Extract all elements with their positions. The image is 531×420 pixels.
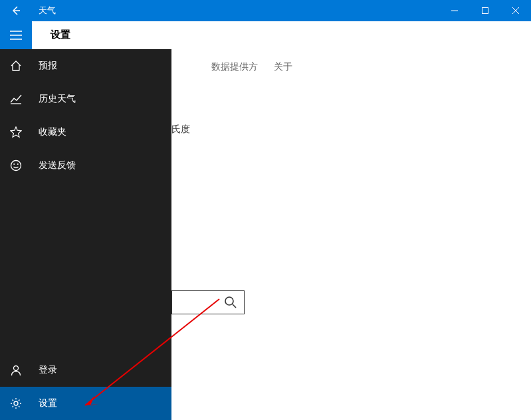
nav-top-group: 预报 历史天气 收藏夹 发送反馈 <box>0 49 171 354</box>
nav-item-settings[interactable]: 设置 <box>0 387 171 420</box>
nav-item-feedback[interactable]: 发送反馈 <box>0 149 171 182</box>
arrow-left-icon <box>11 5 21 16</box>
hamburger-icon <box>10 31 22 40</box>
maximize-button[interactable] <box>470 0 500 21</box>
gear-icon <box>9 397 23 410</box>
nav-item-label: 预报 <box>39 60 57 72</box>
tab-data-provider[interactable]: 数据提供方 <box>211 61 258 73</box>
svg-point-4 <box>17 163 19 165</box>
tab-about[interactable]: 关于 <box>274 61 292 73</box>
maximize-icon <box>481 7 489 15</box>
svg-point-3 <box>13 163 15 165</box>
titlebar: 天气 <box>0 0 531 21</box>
svg-point-6 <box>14 401 18 405</box>
back-button[interactable] <box>0 0 32 21</box>
svg-point-1 <box>225 297 233 305</box>
svg-point-2 <box>11 161 21 171</box>
partial-text: 氏度 <box>171 124 190 136</box>
close-icon <box>512 7 520 15</box>
nav-item-label: 设置 <box>39 397 57 409</box>
minimize-button[interactable] <box>439 0 470 21</box>
chart-icon <box>9 92 23 106</box>
hamburger-button[interactable] <box>0 21 32 49</box>
search-input[interactable] <box>171 290 245 314</box>
window-title: 天气 <box>32 5 439 17</box>
home-icon <box>9 59 23 72</box>
nav-item-label: 收藏夹 <box>39 126 66 138</box>
nav-item-label: 登录 <box>39 364 57 376</box>
nav-pane: 预报 历史天气 收藏夹 发送反馈 登录 <box>0 49 171 420</box>
svg-rect-0 <box>482 8 488 14</box>
page-title: 设置 <box>32 29 70 41</box>
window-controls <box>439 0 531 21</box>
person-icon <box>9 364 23 377</box>
close-button[interactable] <box>500 0 531 21</box>
subheader: 设置 <box>0 21 531 49</box>
star-icon <box>9 126 23 139</box>
nav-item-label: 发送反馈 <box>39 159 76 171</box>
smiley-icon <box>9 159 23 172</box>
nav-item-forecast[interactable]: 预报 <box>0 49 171 82</box>
nav-item-label: 历史天气 <box>39 93 76 105</box>
svg-point-5 <box>14 366 19 371</box>
nav-item-signin[interactable]: 登录 <box>0 354 171 387</box>
minimize-icon <box>451 7 459 15</box>
nav-bottom-group: 登录 设置 <box>0 354 171 420</box>
search-icon <box>224 296 237 309</box>
nav-item-historical[interactable]: 历史天气 <box>0 82 171 116</box>
nav-item-favorites[interactable]: 收藏夹 <box>0 116 171 149</box>
